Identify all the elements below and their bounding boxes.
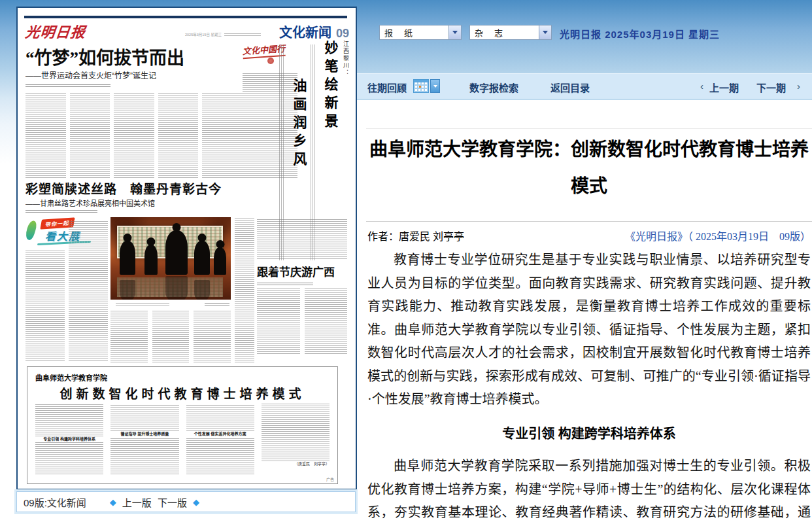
micro-text-texture — [110, 404, 178, 431]
article-title: 曲阜师范大学教育学院：创新数智化时代教育博士培养模式 — [366, 131, 812, 205]
back-to-contents-link[interactable]: 返回目录 — [550, 80, 590, 94]
next-chevron-icon[interactable]: › — [797, 80, 800, 92]
section-header: 文化新闻 09 — [279, 22, 349, 41]
ad-mark: 广告 — [326, 476, 334, 482]
prev-page-icon[interactable]: ◆ — [110, 497, 116, 507]
boxed-subhead-3: 个性发展 做实差异化培养方案 — [186, 431, 254, 437]
visitor-reflection — [120, 280, 135, 300]
calendar-icon[interactable] — [413, 79, 429, 93]
micro-text-texture — [202, 92, 243, 178]
micro-text-texture — [110, 310, 148, 362]
red-seal-icon — [267, 58, 274, 64]
third-headline: 跟着节庆游广西 — [257, 263, 347, 279]
past-issues-link[interactable]: 往期回顾 — [367, 80, 407, 94]
article-author: 作者：唐爱民 刘亭亭 — [367, 228, 464, 243]
micro-text-texture — [262, 404, 330, 461]
article-top-rule — [366, 128, 812, 129]
issue-nav-bar: 往期回顾 数字报检索 返回目录 ‹ 上一期 下一期 › — [357, 73, 812, 100]
article-section-heading: 专业引领 构建跨学科培养体系 — [367, 423, 811, 446]
micro-text-texture — [186, 404, 254, 431]
micro-text-texture — [69, 220, 108, 361]
magazine-select-value: 杂 志 — [470, 26, 539, 39]
masthead-date: 光明日报 2025年03月19日 星期三 — [560, 27, 720, 41]
photo-caption-texture — [116, 303, 169, 306]
micro-text-texture — [110, 437, 178, 474]
page-number: 09 — [336, 27, 349, 41]
boxed-subhead-2: 循证指导 提升博士培养质量 — [110, 431, 178, 437]
boxed-signature: （唐爱民 刘亭亭） — [262, 461, 330, 467]
prev-page-link[interactable]: 上一版 — [122, 495, 152, 509]
micro-text-texture — [158, 92, 199, 178]
prev-chevron-icon[interactable]: ‹ — [700, 80, 703, 92]
next-issue-link[interactable]: 下一期 — [756, 80, 786, 94]
chevron-down-icon[interactable] — [448, 26, 461, 39]
visitor-silhouette — [165, 230, 188, 275]
lead-headline: “竹梦”如何拔节而出 — [25, 44, 184, 69]
micro-text-texture — [257, 288, 300, 354]
article-body: 教育博士专业学位研究生是基于专业实践与职业情景、以培养研究型专业人员为目标的学位… — [367, 249, 811, 524]
masthead-rule — [24, 16, 347, 18]
visitor-silhouette — [194, 241, 210, 275]
calendar-picker[interactable] — [413, 79, 440, 93]
third-article: 跟着节庆游广西 — [257, 218, 347, 362]
micro-text-texture — [224, 33, 261, 36]
micro-text-texture — [25, 92, 66, 178]
boxed-column: 专业引领 构建跨学科培养体系 — [35, 404, 103, 474]
calendar-dropdown-icon[interactable] — [430, 79, 440, 93]
micro-text-texture — [186, 437, 254, 474]
micro-text-texture — [25, 250, 65, 361]
micro-text-texture — [235, 218, 254, 362]
section-name: 文化新闻 — [279, 22, 331, 41]
micro-text-texture — [70, 92, 110, 178]
boxed-kicker: 曲阜师范大学教育学院 — [35, 372, 107, 383]
photo-credit-texture — [205, 303, 229, 306]
photo-below-columns — [110, 310, 231, 362]
newspaper-select[interactable]: 报 纸 — [379, 25, 462, 40]
current-page-label: 09版:文化新闻 — [24, 495, 86, 509]
micro-text-texture — [257, 218, 347, 259]
prev-issue-link[interactable]: 上一期 — [709, 80, 739, 94]
visitor-silhouette — [214, 247, 226, 275]
next-page-icon[interactable]: ◆ — [193, 497, 199, 507]
newspaper-select-value: 报 纸 — [380, 26, 448, 39]
chevron-down-icon[interactable] — [539, 26, 551, 39]
boxed-column: （唐爱民 刘亭亭） — [262, 404, 330, 474]
issue-date: 2025年3月19日 星期三 — [185, 32, 222, 37]
micro-text-texture — [114, 92, 154, 178]
boxed-column: 循证指导 提升博士培养质量 — [110, 404, 178, 474]
magazine-select[interactable]: 杂 志 — [469, 25, 552, 40]
lead-subhead: ——世界运动会首支火炬“竹梦”诞生记 — [25, 69, 156, 80]
article-paragraph-2: 曲阜师范大学教育学院采取一系列措施加强对博士生的专业引领。积极优化教育博士培养方… — [367, 455, 811, 524]
lead-columns — [25, 92, 243, 178]
micro-text-texture — [152, 310, 190, 362]
micro-text-texture — [35, 404, 103, 436]
brush-icon — [24, 220, 39, 241]
visitor-reflection — [165, 276, 188, 300]
micro-text-texture — [35, 442, 103, 474]
boxed-subhead-1: 专业引领 构建跨学科培养体系 — [35, 436, 103, 442]
micro-text-texture — [257, 283, 313, 285]
second-subhead: ——甘肃丝路艺术珍品展亮相中国美术馆 — [25, 198, 155, 208]
micro-text-texture — [25, 84, 110, 87]
newspaper-page-preview[interactable]: 光明日报 2025年3月19日 星期三 文化新闻 09 “竹梦”如何拔节而出 —… — [16, 7, 357, 490]
digital-search-link[interactable]: 数字报检索 — [469, 80, 518, 94]
boxed-columns: 专业引领 构建跨学科培养体系 循证指导 提升博士培养质量 个性发展 做实差异化培… — [35, 404, 330, 474]
article-source: 《光明日报》（ 2025年03月19日 09版） — [625, 228, 811, 243]
visitor-silhouette — [120, 241, 135, 275]
article-meta-rule — [366, 221, 812, 222]
micro-text-texture — [194, 310, 231, 362]
boxed-article: 曲阜师范大学教育学院 创新数智化时代教育博士培养模式 专业引领 构建跨学科培养体… — [27, 366, 338, 484]
exhibition-photo — [110, 217, 231, 300]
second-headline: 彩塑简牍述丝路 翰墨丹青彰古今 — [25, 179, 222, 197]
visitor-silhouette — [144, 245, 158, 275]
micro-text-texture — [25, 209, 97, 213]
micro-text-texture — [305, 288, 348, 354]
issue-info-line: 2025年3月19日 星期三 — [185, 32, 261, 37]
page-footer-bar: 09版:文化新闻 ◆ 上一版 下一版 ◆ — [16, 491, 356, 512]
article-paragraph-1: 教育博士专业学位研究生是基于专业实践与职业情景、以培养研究型专业人员为目标的学位… — [367, 249, 811, 411]
newspaper-masthead-logo: 光明日报 — [24, 20, 86, 41]
boxed-headline: 创新数智化时代教育博士培养模式 — [27, 384, 337, 402]
visitor-reflection — [194, 280, 210, 300]
article-meta-row: 作者：唐爱民 刘亭亭 《光明日报》（ 2025年03月19日 09版） — [366, 228, 812, 243]
next-page-link[interactable]: 下一版 — [158, 495, 187, 509]
